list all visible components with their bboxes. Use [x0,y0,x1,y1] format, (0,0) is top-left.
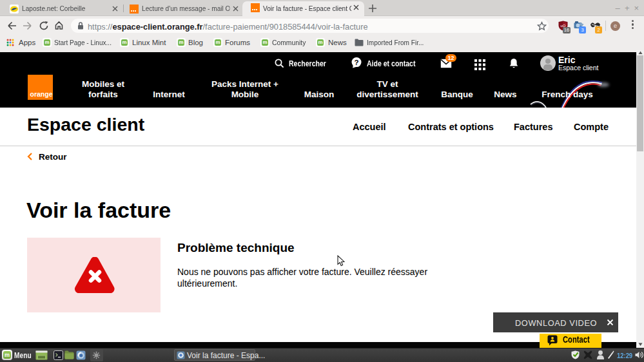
svg-text:?: ? [354,59,358,66]
